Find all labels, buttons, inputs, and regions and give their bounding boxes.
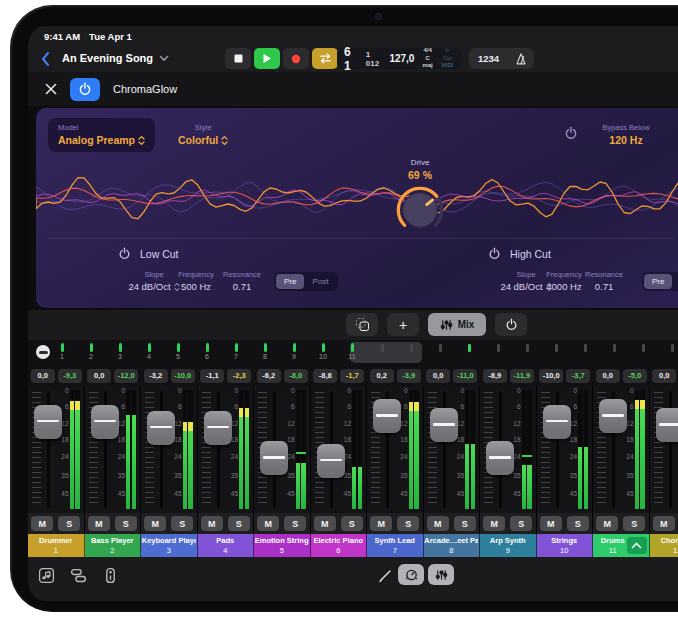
track-label[interactable]: Arcade…eet Pad8 <box>424 534 481 557</box>
track-label[interactable]: Drums11 <box>593 534 650 557</box>
track-label[interactable]: Pads4 <box>198 534 255 557</box>
stop-button[interactable] <box>225 48 251 69</box>
fader-cap[interactable] <box>599 399 627 433</box>
solo-button[interactable]: S <box>567 516 589 531</box>
solo-button[interactable]: S <box>228 516 250 531</box>
solo-button[interactable]: S <box>623 516 645 531</box>
meter-db-value[interactable]: -11,0 <box>453 369 477 383</box>
pre-button[interactable]: Pre <box>644 274 672 289</box>
level-control[interactable]: Level 0.0 <box>658 123 678 146</box>
mute-button[interactable]: M <box>257 516 279 531</box>
bar-ruler[interactable]: 1234567891011 <box>28 340 678 365</box>
meter-db-value[interactable]: -5,0 <box>623 369 647 383</box>
track-label[interactable]: Strings10 <box>537 534 594 557</box>
bypass-power-icon[interactable] <box>564 126 578 140</box>
meter-db-value[interactable]: -1,7 <box>340 369 364 383</box>
meter-db-value[interactable]: -3,9 <box>397 369 421 383</box>
ruler-filter-icon[interactable] <box>36 345 50 359</box>
solo-button[interactable]: S <box>510 516 532 531</box>
meter-db-value[interactable]: -11,9 <box>510 369 534 383</box>
close-icon[interactable] <box>45 83 57 95</box>
track-label[interactable]: Emotion Strings5 <box>254 534 311 557</box>
drive-knob[interactable] <box>394 184 446 236</box>
mute-button[interactable]: M <box>483 516 505 531</box>
loops-browser-icon[interactable] <box>38 567 55 588</box>
volume-db-value[interactable]: 0,0 <box>426 369 450 383</box>
low-cut-power-icon[interactable] <box>118 247 131 260</box>
song-title-menu[interactable]: An Evening Song <box>62 52 169 64</box>
volume-db-value[interactable]: -8,8 <box>313 369 337 383</box>
back-chevron-icon[interactable] <box>40 51 50 71</box>
post-button[interactable]: Post <box>672 274 678 289</box>
collapse-chevron-button[interactable] <box>627 537 647 554</box>
fader-cap[interactable] <box>91 405 119 439</box>
solo-button[interactable]: S <box>454 516 476 531</box>
add-plugin-button[interactable]: + <box>387 313 419 336</box>
fader-cap[interactable] <box>34 405 62 439</box>
volume-db-value[interactable]: 0,0 <box>652 369 676 383</box>
meter-db-value[interactable]: -12,0 <box>114 369 138 383</box>
count-in-button[interactable]: 1234 <box>469 53 508 64</box>
solo-button[interactable]: S <box>115 516 137 531</box>
meter-db-value[interactable]: -10,0 <box>171 369 195 383</box>
mute-button[interactable]: M <box>31 516 53 531</box>
volume-db-value[interactable]: 0,0 <box>31 369 55 383</box>
model-selector[interactable]: Model Analog Preamp <box>48 118 155 152</box>
mute-button[interactable]: M <box>596 516 618 531</box>
channel-strip-inspector-icon[interactable] <box>102 567 119 588</box>
volume-db-value[interactable]: 0,0 <box>596 369 620 383</box>
fader-cap[interactable] <box>656 408 678 442</box>
plugin-power-button[interactable] <box>70 78 100 101</box>
meter-db-value[interactable]: -2,3 <box>227 369 251 383</box>
pre-button[interactable]: Pre <box>276 274 304 289</box>
meter-db-value[interactable]: -3,7 <box>566 369 590 383</box>
smart-controls-button[interactable] <box>398 564 424 585</box>
fader-cap[interactable] <box>147 411 175 445</box>
meter-db-value[interactable]: -8,0 <box>284 369 308 383</box>
high-cut-power-icon[interactable] <box>488 247 501 260</box>
mixer-view-button[interactable] <box>428 564 454 585</box>
solo-button[interactable]: S <box>58 516 80 531</box>
volume-db-value[interactable]: -8,9 <box>483 369 507 383</box>
volume-db-value[interactable]: -10,0 <box>539 369 563 383</box>
mute-button[interactable]: M <box>88 516 110 531</box>
mute-button[interactable]: M <box>370 516 392 531</box>
mute-button[interactable]: M <box>540 516 562 531</box>
mute-button[interactable]: M <box>427 516 449 531</box>
fader-cap[interactable] <box>317 444 345 478</box>
meter-db-value[interactable]: -9,3 <box>58 369 82 383</box>
mute-button[interactable]: M <box>201 516 223 531</box>
channel-power-button[interactable] <box>495 313 527 336</box>
track-label[interactable]: Keyboard Player3 <box>141 534 198 557</box>
track-label[interactable]: Chorus V12 <box>650 534 678 557</box>
track-label[interactable]: Bass Player2 <box>85 534 142 557</box>
volume-db-value[interactable]: -1,1 <box>200 369 224 383</box>
mute-button[interactable]: M <box>144 516 166 531</box>
edit-pencil-icon[interactable] <box>378 568 393 587</box>
volume-db-value[interactable]: -6,2 <box>257 369 281 383</box>
fader-cap[interactable] <box>486 441 514 475</box>
solo-button[interactable]: S <box>171 516 193 531</box>
fader-cap[interactable] <box>543 405 571 439</box>
volume-db-value[interactable]: 0,0 <box>87 369 111 383</box>
mix-button[interactable]: Mix <box>428 313 486 336</box>
play-button[interactable] <box>254 48 280 69</box>
style-selector[interactable]: Style Colorful <box>178 123 228 146</box>
track-label[interactable]: Electric Piano6 <box>311 534 368 557</box>
volume-db-value[interactable]: 0,2 <box>370 369 394 383</box>
fader-cap[interactable] <box>204 411 232 445</box>
bypass-below-control[interactable]: Bypass Below 120 Hz <box>588 123 664 146</box>
record-button[interactable] <box>283 48 309 69</box>
browser-icon[interactable] <box>70 567 87 588</box>
fader-cap[interactable] <box>430 408 458 442</box>
solo-button[interactable]: S <box>284 516 306 531</box>
duplicate-button[interactable] <box>346 313 378 336</box>
cycle-button[interactable] <box>312 48 338 69</box>
high-cut-resonance[interactable]: Resonance 0.71 <box>576 270 632 292</box>
track-label[interactable]: Drummer1 <box>28 534 85 557</box>
track-label[interactable]: Synth Lead7 <box>367 534 424 557</box>
solo-button[interactable]: S <box>397 516 419 531</box>
mute-button[interactable]: M <box>653 516 675 531</box>
fader-cap[interactable] <box>260 441 288 475</box>
track-label[interactable]: Arp Synth9 <box>480 534 537 557</box>
